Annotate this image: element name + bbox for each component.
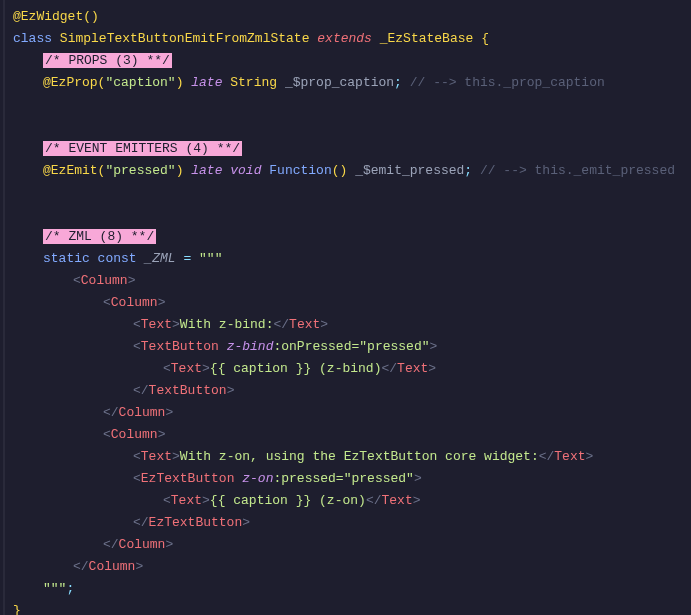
code-line: <TextButton z-bind:onPressed="pressed"> bbox=[13, 336, 683, 358]
code-line: @EzProp("caption") late String _$prop_ca… bbox=[13, 72, 683, 94]
zml-tag: > bbox=[202, 493, 210, 508]
zml-attr: z-on bbox=[242, 471, 273, 486]
zml-tag: > bbox=[430, 339, 438, 354]
zml-tag: Column bbox=[111, 295, 158, 310]
zml-tag: </ bbox=[103, 405, 119, 420]
zml-tag: > bbox=[242, 515, 250, 530]
variable: _$emit_pressed bbox=[355, 163, 464, 178]
zml-attr: z-bind bbox=[227, 339, 274, 354]
zml-tag: Text bbox=[171, 361, 202, 376]
zml-attr-val: "pressed" bbox=[344, 471, 414, 486]
zml-tag: Column bbox=[111, 427, 158, 442]
code-line: @EzWidget() bbox=[13, 6, 683, 28]
zml-attr: :onPressed= bbox=[273, 339, 359, 354]
string-close: """ bbox=[43, 581, 66, 596]
zml-tag: </ bbox=[73, 559, 89, 574]
paren-close: ) bbox=[91, 9, 99, 24]
zml-tag: < bbox=[133, 471, 141, 486]
zml-tag: > bbox=[227, 383, 235, 398]
zml-tag: > bbox=[586, 449, 594, 464]
zml-tag: </ bbox=[381, 361, 397, 376]
zml-tag: < bbox=[103, 295, 111, 310]
code-line: /* EVENT EMITTERS (4) **/ bbox=[13, 138, 683, 160]
zml-tag: Text bbox=[289, 317, 320, 332]
zml-tag: TextButton bbox=[149, 383, 227, 398]
code-line: static const _ZML = """ bbox=[13, 248, 683, 270]
equals: = bbox=[176, 251, 199, 266]
code-block: @EzWidget() class SimpleTextButtonEmitFr… bbox=[3, 0, 691, 615]
code-line: /* ZML (8) **/ bbox=[13, 226, 683, 248]
blank-line bbox=[13, 116, 683, 138]
section-comment-zml: /* ZML (8) **/ bbox=[43, 229, 156, 244]
code-line: </Column> bbox=[13, 534, 683, 556]
zml-tag: < bbox=[133, 317, 141, 332]
code-line: </TextButton> bbox=[13, 380, 683, 402]
keyword-const: const bbox=[90, 251, 137, 266]
zml-text: {{ caption }} (z-bind) bbox=[210, 361, 382, 376]
section-comment-props: /* PROPS (3) **/ bbox=[43, 53, 172, 68]
blank-line bbox=[13, 182, 683, 204]
annotation-ezprop: @EzProp bbox=[43, 75, 98, 90]
annotation: @EzWidget bbox=[13, 9, 83, 24]
zml-tag: EzTextButton bbox=[141, 471, 242, 486]
code-line: <Text>With z-bind:</Text> bbox=[13, 314, 683, 336]
blank-line bbox=[13, 204, 683, 226]
code-line: } bbox=[13, 600, 683, 615]
zml-text: {{ caption }} (z-on) bbox=[210, 493, 366, 508]
zml-tag: </ bbox=[539, 449, 555, 464]
code-line: @EzEmit("pressed") late void Function() … bbox=[13, 160, 683, 182]
zml-tag: > bbox=[135, 559, 143, 574]
code-line: </Column> bbox=[13, 402, 683, 424]
string-open: """ bbox=[199, 251, 222, 266]
annotation-ezemit: @EzEmit bbox=[43, 163, 98, 178]
zml-tag: </ bbox=[103, 537, 119, 552]
code-line: /* PROPS (3) **/ bbox=[13, 50, 683, 72]
zml-tag: </ bbox=[133, 383, 149, 398]
comment: // --> this._prop_caption bbox=[402, 75, 605, 90]
zml-tag: > bbox=[158, 427, 166, 442]
zml-tag: Column bbox=[81, 273, 128, 288]
code-line: </Column> bbox=[13, 556, 683, 578]
variable: _$prop_caption bbox=[285, 75, 394, 90]
zml-tag: > bbox=[128, 273, 136, 288]
code-line: <Text>{{ caption }} (z-bind)</Text> bbox=[13, 358, 683, 380]
zml-tag: > bbox=[414, 471, 422, 486]
base-class: _EzStateBase bbox=[380, 31, 474, 46]
code-line: </EzTextButton> bbox=[13, 512, 683, 534]
code-line: <Text>With z-on, using the EzTextButton … bbox=[13, 446, 683, 468]
paren-open: ( bbox=[83, 9, 91, 24]
zml-tag: Text bbox=[171, 493, 202, 508]
brace-open: { bbox=[473, 31, 489, 46]
keyword-extends: extends bbox=[317, 31, 372, 46]
code-line: """; bbox=[13, 578, 683, 600]
code-line: <Column> bbox=[13, 292, 683, 314]
code-line: <Text>{{ caption }} (z-on)</Text> bbox=[13, 490, 683, 512]
string-literal: "caption" bbox=[105, 75, 175, 90]
zml-text: With z-bind: bbox=[180, 317, 274, 332]
brace-close: } bbox=[13, 603, 21, 615]
zml-attr: :pressed= bbox=[273, 471, 343, 486]
code-line: <Column> bbox=[13, 424, 683, 446]
code-line: class SimpleTextButtonEmitFromZmlState e… bbox=[13, 28, 683, 50]
zml-tag: < bbox=[103, 427, 111, 442]
zml-tag: Text bbox=[141, 317, 172, 332]
comment: // --> this._emit_pressed bbox=[472, 163, 675, 178]
keyword-late: late bbox=[183, 163, 222, 178]
zml-tag: > bbox=[158, 295, 166, 310]
zml-tag: > bbox=[428, 361, 436, 376]
zml-tag: > bbox=[320, 317, 328, 332]
zml-tag: > bbox=[202, 361, 210, 376]
semicolon: ; bbox=[394, 75, 402, 90]
zml-tag: < bbox=[133, 339, 141, 354]
zml-tag: Column bbox=[119, 537, 166, 552]
zml-tag: Text bbox=[381, 493, 412, 508]
keyword-late: late bbox=[183, 75, 222, 90]
zml-tag: > bbox=[165, 405, 173, 420]
zml-tag: </ bbox=[273, 317, 289, 332]
zml-tag: > bbox=[165, 537, 173, 552]
zml-tag: </ bbox=[133, 515, 149, 530]
parens: () bbox=[332, 163, 348, 178]
type-function: Function bbox=[261, 163, 331, 178]
zml-tag: < bbox=[163, 493, 171, 508]
zml-tag: Column bbox=[119, 405, 166, 420]
